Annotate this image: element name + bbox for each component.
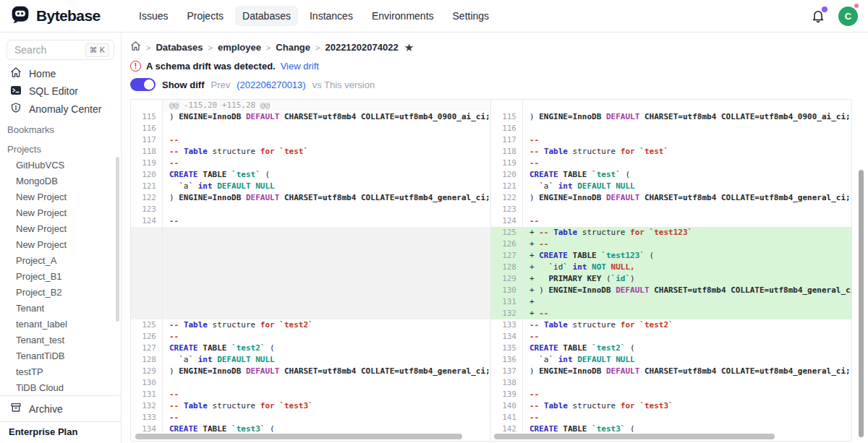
sidebar-project-item[interactable]: GitHubVCS: [0, 157, 121, 173]
sidebar-project-item[interactable]: New Project: [0, 189, 121, 205]
line-number: 134: [131, 423, 163, 432]
sidebar-project-item[interactable]: Project_A: [0, 252, 121, 268]
diff-line: 124--: [491, 215, 851, 227]
alert-icon: !: [130, 61, 141, 72]
brand[interactable]: Bytebase: [10, 4, 120, 27]
breadcrumb-item[interactable]: Change: [276, 42, 310, 53]
sidebar-item-anomaly-center[interactable]: Anomaly Center: [0, 100, 121, 118]
scrollbar-thumb[interactable]: [135, 434, 462, 439]
sidebar-item-home[interactable]: Home: [0, 64, 121, 82]
view-drift-link[interactable]: View drift: [281, 61, 319, 72]
diff-line: 127+ CREATE TABLE `test123` (: [491, 250, 851, 262]
bytebase-logo-icon: [10, 4, 30, 27]
sidebar-project-item[interactable]: Tenant: [0, 300, 121, 316]
line-number: [131, 273, 163, 285]
sidebar-project-item[interactable]: TiDB Cloud: [0, 379, 121, 395]
diff-line: 117--: [131, 134, 490, 146]
line-number: 127: [491, 250, 523, 262]
sidebar-project-item[interactable]: Tenant_test: [0, 332, 121, 348]
diff-line: 139--: [491, 389, 851, 400]
nav-item-instances[interactable]: Instances: [302, 6, 360, 26]
breadcrumb-item[interactable]: 20221202074022: [325, 42, 398, 53]
diff-line: 128 `a` int DEFAULT NULL: [131, 354, 490, 366]
diff-line: 125-- Table structure for `test2`: [131, 319, 490, 331]
sidebar-item-label: Home: [29, 68, 56, 79]
avatar[interactable]: C: [838, 7, 858, 26]
sidebar-item-sql-editor[interactable]: SQL Editor: [0, 82, 121, 100]
prev-version-link[interactable]: (202206270013): [237, 79, 305, 90]
diff-line: 132+ --: [491, 308, 851, 319]
diff-line: 140-- Table structure for `test3`: [491, 400, 851, 412]
diff-code: --: [523, 134, 851, 146]
sidebar-project-item[interactable]: New Project: [0, 220, 121, 236]
scrollbar-thumb[interactable]: [494, 434, 775, 439]
sidebar-project-item[interactable]: Project_B1: [0, 268, 121, 284]
line-number: [131, 238, 163, 250]
breadcrumb-separator: >: [208, 43, 212, 52]
breadcrumb-home-icon[interactable]: [130, 40, 141, 54]
diff-line: 121 `a` int DEFAULT NULL: [491, 181, 851, 192]
search-box[interactable]: ⌘ K: [7, 40, 114, 60]
sidebar-section-projects[interactable]: Projects: [0, 137, 121, 157]
diff-line: [131, 227, 490, 238]
sidebar-project-item[interactable]: New Project: [0, 236, 121, 252]
diff-line: 120CREATE TABLE `test` (: [491, 169, 851, 181]
horizontal-scrollbar-right[interactable]: [491, 432, 851, 441]
bookmark-star-icon[interactable]: ★: [404, 42, 414, 53]
nav-item-settings[interactable]: Settings: [446, 6, 497, 26]
line-number: [491, 100, 523, 111]
diff-code: [523, 377, 851, 389]
line-number: 132: [131, 400, 163, 412]
sidebar-section-bookmarks[interactable]: Bookmarks: [0, 118, 121, 137]
notifications-button[interactable]: [811, 9, 825, 23]
search-input[interactable]: [14, 44, 72, 56]
diff-code: --: [163, 412, 490, 423]
nav-item-projects[interactable]: Projects: [179, 6, 231, 26]
horizontal-scrollbar-left[interactable]: [131, 432, 490, 441]
diff-code: ) ENGINE=InnoDB DEFAULT CHARSET=utf8mb4 …: [163, 192, 490, 204]
show-diff-toggle[interactable]: [130, 78, 156, 91]
nav-item-issues[interactable]: Issues: [132, 6, 175, 26]
diff-code: -- Table structure for `test3`: [523, 400, 851, 412]
page-vertical-scrollbar[interactable]: [859, 170, 864, 437]
sidebar-project-item[interactable]: TenantTiDB: [0, 348, 121, 364]
diff-line: 138: [491, 377, 851, 389]
diff-code: [523, 204, 851, 215]
sidebar: ⌘ K Home SQL Editor: [0, 33, 122, 443]
sidebar-project-item[interactable]: testTP: [0, 364, 121, 379]
sidebar-project-item[interactable]: tenant_label: [0, 316, 121, 332]
line-number: 130: [131, 377, 163, 389]
diff-code: `a` int DEFAULT NULL: [163, 181, 490, 192]
diff-line: 116: [131, 123, 490, 134]
diff-line: [131, 285, 490, 296]
diff-line: [131, 296, 490, 308]
breadcrumb-separator: >: [315, 43, 320, 52]
diff-code: --: [163, 331, 490, 343]
breadcrumb-item[interactable]: Databases: [156, 42, 203, 53]
drift-message: A schema drift was detected.: [146, 61, 276, 72]
diff-code: [163, 238, 490, 250]
diff-line: 118-- Table structure for `test`: [131, 146, 490, 158]
sidebar-item-archive[interactable]: Archive: [0, 395, 121, 421]
diff-line: 115) ENGINE=InnoDB DEFAULT CHARSET=utf8m…: [491, 111, 851, 123]
nav-item-environments[interactable]: Environments: [365, 6, 441, 26]
sidebar-project-item[interactable]: MongoDB: [0, 173, 121, 189]
sidebar-project-item[interactable]: New Project: [0, 205, 121, 220]
line-number: 133: [131, 412, 163, 423]
line-number: 125: [491, 227, 523, 238]
sidebar-project-item[interactable]: Project_B2: [0, 284, 121, 300]
line-number: [131, 250, 163, 262]
diff-line: [131, 250, 490, 262]
diff-panel-right: 115) ENGINE=InnoDB DEFAULT CHARSET=utf8m…: [491, 100, 851, 441]
diff-line: 131+: [491, 296, 851, 308]
diff-code: --: [523, 215, 851, 227]
diff-line: 141--: [491, 412, 851, 423]
diff-line: 128+ `id` int NOT NULL,: [491, 262, 851, 273]
diff-line: [131, 273, 490, 285]
sidebar-scrollbar[interactable]: [116, 157, 119, 322]
nav-item-databases[interactable]: Databases: [235, 6, 298, 26]
diff-line: 134CREATE TABLE `test3` (: [131, 423, 490, 432]
breadcrumb-item[interactable]: employee: [218, 42, 261, 53]
diff-code: ) ENGINE=InnoDB DEFAULT CHARSET=utf8mb4 …: [523, 366, 851, 377]
plan-label: Enterprise Plan: [0, 421, 121, 443]
